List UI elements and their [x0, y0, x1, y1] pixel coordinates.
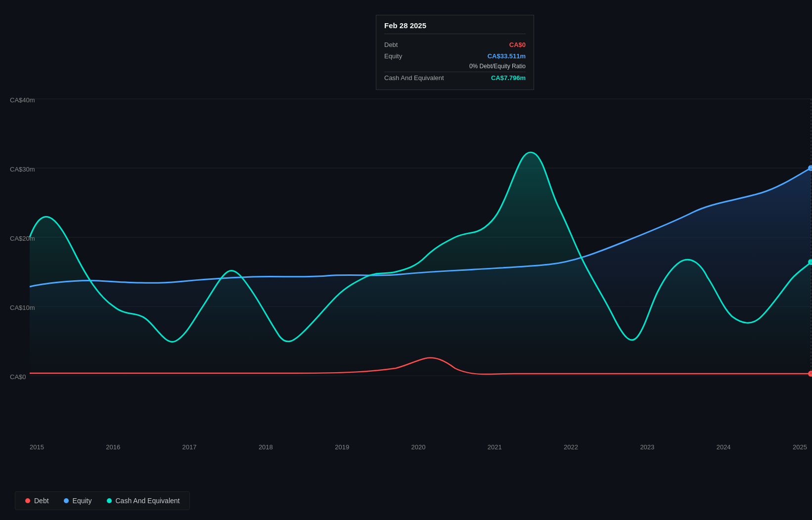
tooltip-cash-label: Cash And Equivalent — [384, 74, 444, 82]
legend-item-debt: Debt — [25, 497, 49, 505]
chart-container: CA$40m CA$30m CA$20m CA$10m CA$0 2015 20… — [0, 0, 812, 520]
tooltip-cash-value: CA$7.796m — [491, 74, 526, 82]
x-label-2025: 2025 — [793, 443, 807, 451]
tooltip-debt-value: CA$0 — [509, 41, 526, 48]
x-label-2024: 2024 — [717, 443, 731, 451]
legend-item-cash: Cash And Equivalent — [107, 497, 180, 505]
x-label-2016: 2016 — [106, 443, 120, 451]
chart-tooltip: Feb 28 2025 Debt CA$0 Equity CA$33.511m … — [376, 15, 534, 90]
x-label-2018: 2018 — [259, 443, 273, 451]
y-label-bottom: CA$0 — [10, 373, 26, 381]
y-label-30m: CA$30m — [10, 166, 35, 173]
tooltip-cash-row: Cash And Equivalent CA$7.796m — [384, 72, 526, 84]
y-label-10m: CA$10m — [10, 304, 35, 311]
legend-dot-equity — [64, 498, 69, 503]
legend-dot-cash — [107, 498, 112, 503]
tooltip-equity-value: CA$33.511m — [488, 52, 526, 60]
x-label-2021: 2021 — [488, 443, 502, 451]
tooltip-equity-row: Equity CA$33.511m — [384, 50, 526, 62]
y-label-top: CA$40m — [10, 96, 35, 104]
x-label-2015: 2015 — [30, 443, 44, 451]
legend-dot-debt — [25, 498, 30, 503]
legend-label-equity: Equity — [73, 497, 92, 505]
x-label-2017: 2017 — [182, 443, 197, 451]
x-label-2019: 2019 — [335, 443, 349, 451]
x-label-2020: 2020 — [411, 443, 425, 451]
tooltip-equity-label: Equity — [384, 52, 402, 60]
legend-label-cash: Cash And Equivalent — [116, 497, 180, 505]
tooltip-debt-row: Debt CA$0 — [384, 39, 526, 50]
x-label-2022: 2022 — [564, 443, 578, 451]
tooltip-ratio-row: 0% Debt/Equity Ratio — [384, 62, 526, 72]
chart-legend: Debt Equity Cash And Equivalent — [15, 491, 190, 510]
tooltip-date: Feb 28 2025 — [384, 21, 526, 34]
x-label-2023: 2023 — [640, 443, 654, 451]
legend-item-equity: Equity — [64, 497, 92, 505]
legend-label-debt: Debt — [34, 497, 49, 505]
tooltip-debt-label: Debt — [384, 41, 398, 48]
y-label-20m: CA$20m — [10, 235, 35, 242]
tooltip-ratio-text: 0% Debt/Equity Ratio — [469, 63, 526, 70]
